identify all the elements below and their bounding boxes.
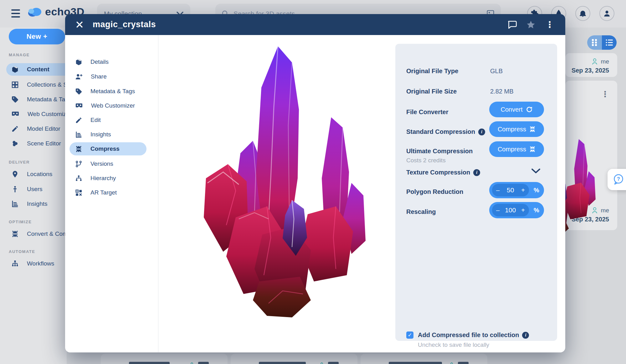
- sidebar-item-label: Content: [27, 66, 49, 73]
- modal-nav-label: Details: [90, 58, 109, 65]
- section-optimize: OPTIMIZE: [9, 220, 32, 224]
- refresh-icon: [526, 106, 533, 113]
- list-view-button[interactable]: [602, 35, 617, 50]
- sidebar-item-web-customizer[interactable]: Web Customiz: [6, 108, 67, 120]
- standard-compression-label: Standard Compression i: [406, 128, 485, 135]
- modal-nav-details[interactable]: Details: [69, 55, 146, 68]
- cube-icon: [75, 58, 82, 66]
- cube-icon: [11, 66, 19, 73]
- info-icon[interactable]: i: [478, 129, 485, 135]
- polygon-reduction-value[interactable]: 50: [507, 186, 514, 194]
- sidebar: New + MANAGE Content Collections & S Met…: [0, 28, 67, 364]
- sidebar-item-label: Model Editor: [27, 125, 60, 132]
- modal-nav-web-customizer[interactable]: Web Customizer: [69, 99, 146, 112]
- file-size-value: 2.82 MB: [490, 88, 513, 95]
- more-options-button[interactable]: ⋮: [543, 19, 557, 30]
- modal-nav-insights[interactable]: Insights: [69, 128, 146, 141]
- modal-nav-label: Hierarchy: [90, 175, 116, 182]
- sidebar-item-label: Web Customiz: [28, 111, 66, 118]
- decrement-button[interactable]: –: [496, 187, 500, 194]
- insights-chart-icon: [11, 200, 19, 208]
- star-icon: [526, 20, 536, 29]
- standard-compress-button[interactable]: Compress: [489, 121, 544, 137]
- modal-nav-edit[interactable]: Edit: [69, 114, 146, 127]
- svg-text:?: ?: [617, 176, 620, 182]
- grid-view-icon: [591, 38, 598, 47]
- modal-nav-label: Metadata & Tags: [90, 88, 135, 95]
- rescaling-value[interactable]: 100: [505, 206, 516, 214]
- chat-bubble-icon: [507, 20, 517, 29]
- add-to-collection-note: Uncheck to save file locally: [418, 341, 489, 348]
- modal-nav-ar-target[interactable]: AR Target: [69, 186, 146, 199]
- sidebar-item-workflows[interactable]: Workflows: [6, 257, 67, 270]
- modal-nav-label: Edit: [90, 117, 101, 124]
- modal-nav-metadata-tags[interactable]: Metadata & Tags: [69, 85, 146, 98]
- comments-button[interactable]: [505, 20, 519, 29]
- compress-icon: [529, 146, 536, 152]
- compress-icon: [75, 145, 82, 153]
- owner-name: me: [601, 58, 609, 65]
- increment-button[interactable]: +: [521, 207, 525, 214]
- info-icon[interactable]: i: [473, 169, 480, 176]
- modal-nav-versions[interactable]: Versions: [69, 157, 146, 170]
- modal-title: magic_crystals: [93, 20, 156, 29]
- sidebar-item-label: Convert & Com: [27, 230, 67, 237]
- location-pin-icon: [11, 170, 19, 178]
- file-converter-label: File Converter: [406, 109, 448, 116]
- ultimate-compress-button[interactable]: Compress: [489, 141, 544, 157]
- sidebar-item-convert-compress[interactable]: Convert & Com: [6, 228, 67, 240]
- chevron-down-icon: [531, 168, 541, 174]
- sidebar-item-label: Metadata & Ta: [27, 96, 65, 103]
- crystal-model-render: [189, 44, 367, 319]
- sidebar-item-label: Collections & S: [27, 81, 67, 88]
- decrement-button[interactable]: –: [496, 207, 500, 214]
- help-button[interactable]: ?: [608, 169, 626, 190]
- grid-view-button[interactable]: [587, 35, 602, 50]
- increment-button[interactable]: +: [521, 187, 525, 194]
- modal-header: ✕ magic_crystals ⋮: [65, 14, 565, 35]
- asset-detail-modal: ✕ magic_crystals ⋮ Details: [65, 14, 565, 352]
- section-deliver: DELIVER: [9, 160, 30, 164]
- rescaling-stepper: – 100 + %: [489, 202, 544, 218]
- modal-nav-hierarchy[interactable]: Hierarchy: [69, 172, 146, 185]
- card-menu-icon[interactable]: ⋮: [601, 93, 609, 95]
- favorite-button[interactable]: [524, 20, 538, 29]
- list-view-icon: [605, 39, 613, 46]
- convert-button[interactable]: Convert: [489, 102, 544, 117]
- sidebar-item-content[interactable]: Content: [6, 63, 67, 76]
- modal-nav: Details Share Metadata & Tags Web Custom…: [65, 35, 158, 352]
- sidebar-item-insights[interactable]: Insights: [6, 198, 67, 210]
- new-button[interactable]: New +: [9, 29, 65, 44]
- close-icon[interactable]: ✕: [73, 18, 86, 31]
- sidebar-item-model-editor[interactable]: Model Editor: [6, 123, 67, 135]
- compress-panel: Original File Type GLB Original File Siz…: [395, 44, 557, 341]
- asset-date: Sep 23, 2025: [572, 67, 609, 74]
- checkmark-icon: ✓: [408, 332, 412, 338]
- add-to-collection-checkbox[interactable]: ✓: [406, 331, 413, 339]
- asset-card[interactable]: me Sep 23, 2025: [565, 53, 617, 77]
- hierarchy-tree-icon: [75, 175, 82, 182]
- help-bubble-icon: ?: [612, 173, 625, 186]
- person-add-icon: [75, 73, 83, 80]
- notifications-button[interactable]: [575, 6, 590, 21]
- menu-icon[interactable]: [11, 9, 20, 18]
- vr-goggles-icon: [75, 103, 83, 109]
- cloud-logo-icon: [26, 6, 43, 18]
- file-size-label: Original File Size: [406, 88, 457, 95]
- modal-nav-label: Compress: [90, 145, 120, 152]
- modal-nav-share[interactable]: Share: [69, 70, 146, 83]
- sidebar-item-locations[interactable]: Locations: [6, 168, 67, 180]
- sidebar-item-collections[interactable]: Collections & S: [6, 78, 67, 91]
- sidebar-item-users[interactable]: Users: [6, 183, 67, 195]
- info-icon[interactable]: i: [522, 332, 529, 339]
- modal-nav-label: Web Customizer: [91, 102, 135, 109]
- sidebar-item-scene-editor[interactable]: Scene Editor: [6, 137, 67, 150]
- percent-sign: %: [529, 207, 544, 214]
- model-preview[interactable]: [168, 44, 387, 338]
- file-type-value: GLB: [490, 68, 503, 75]
- polygon-reduction-stepper: – 50 + %: [489, 182, 544, 198]
- modal-nav-compress[interactable]: Compress: [69, 142, 146, 155]
- texture-expand-button[interactable]: [531, 168, 541, 175]
- account-button[interactable]: [599, 6, 614, 21]
- sidebar-item-metadata[interactable]: Metadata & Ta: [6, 93, 67, 106]
